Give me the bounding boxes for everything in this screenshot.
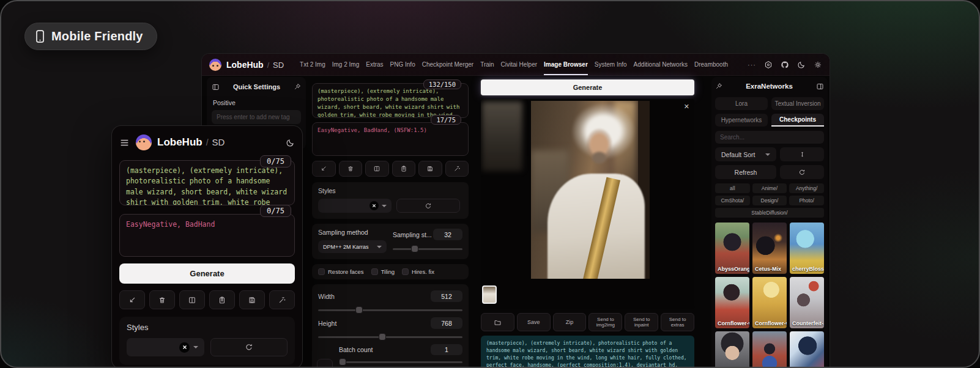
model-card[interactable]: AbyssOrange... [715, 223, 749, 274]
negative-prompt-box[interactable]: EasyNegative, BadHand, (NSFW:1.5) [312, 122, 469, 156]
hamburger-menu-icon[interactable] [119, 138, 130, 148]
sampler-select[interactable]: DPM++ 2M Karras [318, 240, 387, 253]
panel-collapse-icon[interactable] [212, 83, 220, 91]
sort-direction-button[interactable] [780, 147, 824, 161]
panel-collapse-icon[interactable] [816, 83, 824, 90]
close-icon[interactable]: ✕ [684, 103, 689, 111]
generation-info-text[interactable]: (masterpiece), (extremely intricate), ph… [481, 336, 694, 368]
tab-civitai-helper[interactable]: Civitai Helper [501, 54, 537, 75]
sampling-steps-slider[interactable] [393, 248, 462, 250]
model-card[interactable] [752, 331, 787, 368]
model-card[interactable]: cherryBlosso... [790, 223, 824, 274]
search-input[interactable] [715, 131, 824, 144]
clipboard-button[interactable] [209, 290, 235, 309]
tab-img2img[interactable]: Img 2 Img [332, 54, 359, 75]
generate-button[interactable]: Generate [481, 79, 694, 95]
panels-button[interactable] [179, 290, 205, 309]
clear-selection-icon[interactable] [179, 342, 190, 353]
model-card[interactable]: Counterfeit-... [790, 277, 824, 328]
tab-hypernetworks[interactable]: Hypernetworks [715, 114, 768, 127]
chip-stablediffusion[interactable]: StableDiffusion/ [715, 208, 824, 218]
generated-image[interactable] [531, 101, 650, 279]
selected-thumbnail[interactable] [482, 285, 497, 304]
send-to-img2img-button[interactable]: Send to img2img [588, 313, 622, 331]
generate-button[interactable]: Generate [119, 263, 295, 284]
width-value[interactable]: 512 [431, 290, 462, 302]
chip-design[interactable]: Design/ [752, 196, 787, 205]
save-button[interactable] [239, 290, 265, 309]
tab-checkpoints[interactable]: Checkpoints [771, 114, 824, 127]
pin-icon[interactable] [715, 83, 722, 90]
model-card[interactable]: Cornflower-v7 [715, 277, 749, 328]
swap-dimensions-button[interactable] [317, 359, 333, 368]
batch-count-value[interactable]: 1 [431, 344, 462, 355]
tab-train[interactable]: Train [480, 54, 494, 75]
tab-system-info[interactable]: System Info [595, 54, 627, 75]
clipboard-button[interactable] [392, 161, 416, 177]
refresh-button[interactable]: Refresh [715, 165, 776, 179]
chip-all[interactable]: all [715, 183, 750, 193]
zip-button[interactable]: Zip [553, 313, 587, 331]
checkbox-icon[interactable] [318, 268, 325, 275]
styles-refresh-button[interactable] [396, 199, 460, 213]
refresh-icon-button[interactable] [780, 165, 824, 179]
model-card[interactable]: Cetus-Mix [752, 223, 787, 274]
negative-prompt-box[interactable]: EasyNegative, BadHand [119, 214, 295, 257]
corner-down-left-button[interactable] [119, 290, 145, 309]
tiling-checkbox[interactable]: Tiling [371, 268, 395, 275]
slider-handle[interactable] [355, 306, 363, 314]
trash-button[interactable] [149, 290, 175, 309]
magic-wand-button[interactable] [269, 290, 295, 309]
tab-extras[interactable]: Extras [366, 54, 383, 75]
slider-handle[interactable] [411, 245, 418, 252]
save-image-button[interactable]: Save [517, 313, 551, 331]
hexagon-badge-icon[interactable] [764, 61, 773, 69]
styles-select[interactable] [127, 338, 204, 356]
tab-image-browser[interactable]: Image Browser [544, 54, 588, 75]
checkbox-icon[interactable] [371, 268, 378, 275]
styles-refresh-button[interactable] [210, 338, 288, 356]
github-icon[interactable] [781, 61, 789, 69]
model-card[interactable]: Cornflower-v8 [752, 277, 787, 328]
batch-count-slider[interactable] [339, 361, 462, 363]
height-value[interactable]: 768 [431, 317, 462, 329]
trash-button[interactable] [339, 161, 363, 177]
tab-dreambooth[interactable]: Dreambooth [694, 54, 728, 75]
styles-select[interactable] [318, 199, 392, 213]
moon-icon[interactable] [286, 138, 295, 147]
tab-textual-inversion[interactable]: Textual Inversion [771, 97, 824, 110]
tab-lora[interactable]: Lora [715, 97, 768, 110]
model-card[interactable] [715, 331, 749, 368]
model-card[interactable] [790, 331, 824, 368]
open-folder-button[interactable] [481, 313, 514, 331]
tab-additional-networks[interactable]: Additional Networks [634, 54, 688, 75]
pin-icon[interactable] [294, 83, 301, 90]
chip-photo[interactable]: Photo/ [789, 196, 824, 205]
gallery-image-blurred[interactable] [482, 101, 522, 171]
send-to-extras-button[interactable]: Send to extras [661, 313, 694, 331]
tab-png-info[interactable]: PNG Info [390, 54, 415, 75]
panels-button[interactable] [365, 161, 389, 177]
height-slider[interactable] [318, 336, 462, 338]
sort-select[interactable]: Default Sort [715, 147, 776, 161]
checkbox-icon[interactable] [402, 268, 409, 275]
sampling-steps-value[interactable]: 32 [433, 229, 462, 240]
corner-down-left-button[interactable] [312, 161, 336, 177]
moon-icon[interactable] [797, 61, 806, 69]
tab-txt2img[interactable]: Txt 2 Img [300, 54, 325, 75]
chip-cmshota[interactable]: CmShota/ [715, 196, 750, 205]
tag-input[interactable] [212, 110, 301, 124]
gear-icon[interactable] [814, 61, 822, 69]
slider-handle[interactable] [379, 333, 386, 340]
slider-handle[interactable] [339, 358, 346, 366]
hires-fix-checkbox[interactable]: Hires. fix [402, 268, 434, 275]
restore-faces-checkbox[interactable]: Restore faces [318, 268, 364, 275]
tab-checkpoint-merger[interactable]: Checkpoint Merger [422, 54, 473, 75]
save-button[interactable] [418, 161, 442, 177]
clear-selection-icon[interactable] [369, 201, 379, 210]
chip-anime[interactable]: Anime/ [752, 183, 787, 193]
more-menu-button[interactable]: ··· [748, 61, 756, 68]
magic-wand-button[interactable] [445, 161, 469, 177]
send-to-inpaint-button[interactable]: Send to inpaint [625, 313, 658, 331]
chip-anything[interactable]: Anything/ [789, 183, 824, 193]
